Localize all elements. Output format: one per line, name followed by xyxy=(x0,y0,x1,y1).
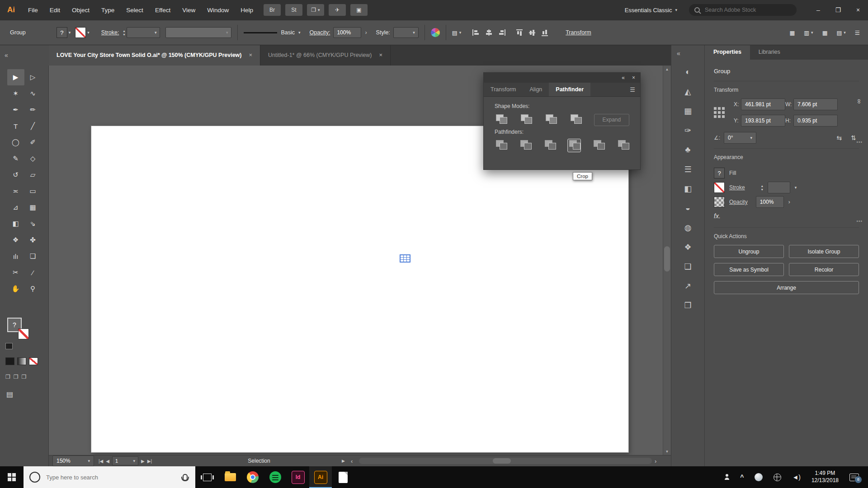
fill-color-control[interactable]: ? ▾ xyxy=(57,27,71,38)
color-guide-panel-icon[interactable]: ◭ xyxy=(671,82,704,101)
align-left-icon[interactable] xyxy=(472,29,480,36)
more-options-icon[interactable]: ••• xyxy=(856,140,863,145)
arrange-documents-button[interactable]: ❐ ▾ xyxy=(307,4,324,16)
style-dropdown[interactable]: ▾ xyxy=(393,27,419,38)
isolate-group-button[interactable]: Isolate Group xyxy=(789,245,859,258)
stock-search-input[interactable] xyxy=(704,6,791,14)
width-profile-dropdown[interactable]: ▾ xyxy=(165,27,231,38)
status-options-icon[interactable]: ▶ xyxy=(342,455,345,466)
outline-icon[interactable] xyxy=(592,139,605,152)
artboard-number-field[interactable]: 1 ▾ xyxy=(112,456,138,465)
crop-icon[interactable] xyxy=(568,139,580,152)
brushes-panel-icon[interactable]: ✑ xyxy=(671,121,704,140)
minus-front-icon[interactable] xyxy=(519,113,533,126)
transform-link[interactable]: Transform xyxy=(566,29,591,36)
vertical-scrollbar[interactable]: ▲ ▼ xyxy=(663,66,671,455)
scroll-right-icon[interactable]: › xyxy=(655,455,656,466)
network-icon[interactable] xyxy=(774,474,781,481)
rotate-tool[interactable]: ↺ xyxy=(7,167,24,183)
opacity-field[interactable]: 100% xyxy=(333,27,361,38)
menu-select[interactable]: Select xyxy=(120,7,149,14)
menu-object[interactable]: Object xyxy=(66,7,95,14)
flip-horizontal-icon[interactable]: ⇆ xyxy=(837,134,842,141)
knife-tool[interactable]: ∕ xyxy=(24,264,42,281)
menu-file[interactable]: File xyxy=(22,7,44,14)
swatches-panel-icon[interactable]: ▦ xyxy=(671,101,704,121)
divide-icon[interactable] xyxy=(495,139,507,152)
document-tab-active[interactable]: LOVE Your City Store Town Solid O.ai* @ … xyxy=(49,44,260,66)
color-panel-icon[interactable]: ◐ xyxy=(671,62,704,82)
spin-up-icon[interactable]: ▴ xyxy=(123,29,125,33)
expand-button[interactable]: Expand xyxy=(594,114,629,126)
y-field[interactable]: 193.815 pt xyxy=(741,115,785,127)
grid-options-icon[interactable]: ▦ xyxy=(789,29,795,36)
prev-artboard-icon[interactable]: ◀ xyxy=(106,459,109,464)
menu-type[interactable]: Type xyxy=(95,7,120,14)
symbol-sprayer-tool[interactable]: ✤ xyxy=(24,232,42,248)
curvature-tool[interactable]: ✏ xyxy=(24,102,42,118)
recolor-button[interactable]: Recolor xyxy=(789,263,859,276)
reference-point-icon[interactable] xyxy=(714,107,734,118)
taskbar-search[interactable] xyxy=(24,466,195,488)
exclude-icon[interactable] xyxy=(569,113,582,126)
tab-properties[interactable]: Properties xyxy=(705,44,750,60)
shape-options-dropdown[interactable]: ▤ ▾ xyxy=(452,29,461,36)
shaper-tool[interactable]: ◇ xyxy=(24,150,42,167)
appearance-panel-icon[interactable]: ◍ xyxy=(671,218,704,237)
draw-behind-icon[interactable]: ❐ xyxy=(14,374,19,380)
trim-icon[interactable] xyxy=(519,139,532,152)
document-app-button[interactable] xyxy=(332,466,354,488)
artboards-panel-icon[interactable]: ❐ xyxy=(671,296,704,315)
volume-icon[interactable]: ◄) xyxy=(792,474,801,481)
cortana-icon[interactable] xyxy=(29,472,40,483)
panel-menu-icon[interactable]: ☰ xyxy=(625,83,640,96)
artboard-tool[interactable]: ❏ xyxy=(24,248,42,264)
tab-pathfinder[interactable]: Pathfinder xyxy=(549,83,590,96)
restore-button[interactable]: ❐ xyxy=(828,0,848,20)
free-transform-tool[interactable]: ▭ xyxy=(24,183,42,199)
minimize-button[interactable]: – xyxy=(808,0,828,20)
document-tab-inactive[interactable]: Untitled-1* @ 66% (CMYK/GPU Preview) × xyxy=(260,44,391,66)
gradient-button[interactable] xyxy=(17,357,26,365)
menu-view[interactable]: View xyxy=(176,7,201,14)
bridge-button[interactable]: Br xyxy=(264,4,281,16)
slice-tool[interactable]: ✂ xyxy=(7,264,24,281)
constrain-proportions-icon[interactable]: ∞ xyxy=(856,99,863,103)
people-icon[interactable] xyxy=(725,478,729,480)
chevron-down-icon[interactable]: ▾ xyxy=(795,186,797,190)
more-options-icon[interactable]: ••• xyxy=(856,219,863,224)
pen-tool[interactable]: ✒ xyxy=(7,102,24,118)
transparency-panel-icon[interactable]: ◒ xyxy=(671,198,704,218)
paintbrush-tool[interactable]: ✐ xyxy=(24,134,42,150)
opacity-arrow-icon[interactable]: › xyxy=(788,199,790,205)
unite-icon[interactable] xyxy=(495,113,508,126)
selection-tool[interactable]: ▶ xyxy=(7,69,24,85)
lasso-tool[interactable]: ∿ xyxy=(24,85,42,102)
close-tab-icon[interactable]: × xyxy=(379,52,383,58)
scroll-down-icon[interactable]: ▼ xyxy=(663,448,671,455)
flip-vertical-icon[interactable]: ⇅ xyxy=(851,134,856,141)
stroke-weight-field[interactable] xyxy=(768,182,790,193)
microphone-icon[interactable] xyxy=(183,474,188,481)
indesign-button[interactable]: Id xyxy=(287,466,309,488)
fill-swatch[interactable]: ? xyxy=(714,168,725,178)
spotify-button[interactable] xyxy=(264,466,287,488)
hand-tool[interactable]: ✋ xyxy=(7,281,24,297)
scroll-up-icon[interactable]: ▲ xyxy=(663,66,671,73)
align-top-icon[interactable] xyxy=(516,29,523,37)
stroke-weight-field[interactable]: ▾ xyxy=(127,27,160,38)
workspace-options-dropdown[interactable]: ▤ ▾ xyxy=(836,29,845,36)
horizontal-scrollbar[interactable] xyxy=(359,458,652,464)
eyedropper-tool[interactable]: ⇘ xyxy=(24,216,42,232)
brush-definition-dropdown[interactable]: Basic ▾ xyxy=(244,29,300,36)
panel-options-icon[interactable]: ▦ xyxy=(822,29,828,36)
ellipse-tool[interactable]: ◯ xyxy=(7,134,24,150)
opacity-label[interactable]: Opacity xyxy=(729,199,748,205)
direct-selection-tool[interactable]: ▷ xyxy=(24,69,42,85)
menu-help[interactable]: Help xyxy=(235,7,259,14)
chrome-button[interactable] xyxy=(241,466,264,488)
last-artboard-icon[interactable]: ▶| xyxy=(147,459,152,464)
illustrator-button[interactable]: Ai xyxy=(309,466,332,488)
stroke-indicator[interactable] xyxy=(18,328,29,339)
stroke-weight-label[interactable]: Stroke: xyxy=(101,29,119,36)
